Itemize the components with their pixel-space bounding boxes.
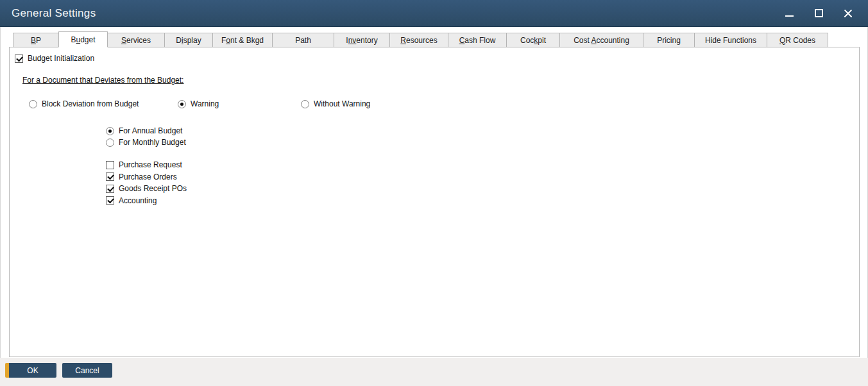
window-controls: [783, 8, 856, 19]
checkbox-icon: [15, 55, 23, 63]
document-types-group: Purchase Request Purchase Orders Goods R…: [106, 160, 187, 205]
radio-icon: [29, 100, 37, 108]
tab-inventory[interactable]: Inventory: [334, 33, 390, 47]
ok-button[interactable]: OK: [5, 363, 56, 378]
checkbox-icon: [106, 196, 114, 205]
budget-initialization-label: Budget Initialization: [28, 54, 94, 63]
radio-icon: [106, 138, 114, 147]
tab-cash-flow[interactable]: Cash Flow: [448, 33, 507, 47]
tab-cockpit[interactable]: Cockpit: [506, 33, 560, 47]
titlebar: General Settings: [0, 0, 868, 27]
checkbox-purchase-orders[interactable]: Purchase Orders: [106, 172, 187, 181]
tab-display[interactable]: Display: [164, 33, 213, 47]
tab-resources[interactable]: Resources: [389, 33, 448, 47]
tab-hide-functions[interactable]: Hide Functions: [694, 33, 767, 47]
budget-period-group: For Annual Budget For Monthly Budget: [106, 126, 186, 147]
tab-pricing[interactable]: Pricing: [643, 33, 695, 47]
checkbox-label: Purchase Request: [119, 160, 182, 169]
radio-label: Warning: [191, 99, 219, 108]
budget-initialization-checkbox[interactable]: Budget Initialization: [15, 54, 94, 63]
tab-strip: BP Budget Services Display Font & Bkgd P…: [13, 31, 828, 47]
ok-button-label: OK: [27, 366, 38, 375]
tab-cost-accounting[interactable]: Cost Accounting: [559, 33, 643, 47]
checkbox-label: Purchase Orders: [119, 172, 177, 181]
radio-label: Block Deviation from Budget: [42, 99, 139, 108]
radio-icon: [106, 127, 114, 135]
footer-bar: OK Cancel: [0, 358, 868, 386]
minimize-button[interactable]: [783, 8, 795, 19]
radio-label: For Monthly Budget: [119, 138, 186, 147]
close-button[interactable]: [842, 8, 854, 19]
maximize-button[interactable]: [813, 8, 824, 19]
radio-without-warning[interactable]: Without Warning: [301, 99, 370, 108]
radio-for-monthly-budget[interactable]: For Monthly Budget: [106, 138, 186, 147]
page-title: General Settings: [12, 7, 96, 20]
radio-for-annual-budget[interactable]: For Annual Budget: [106, 126, 186, 135]
tab-font-bkgd[interactable]: Font & Bkgd: [212, 33, 273, 47]
cancel-button-label: Cancel: [75, 366, 99, 375]
checkbox-icon: [106, 161, 114, 169]
checkbox-icon: [106, 172, 114, 181]
minimize-icon: [785, 15, 794, 17]
tab-bp[interactable]: BP: [13, 33, 59, 47]
tab-services[interactable]: Services: [107, 33, 165, 47]
deviation-heading: For a Document that Deviates from the Bu…: [22, 76, 183, 85]
radio-icon: [301, 100, 309, 108]
radio-label: For Annual Budget: [119, 126, 182, 135]
checkbox-purchase-request[interactable]: Purchase Request: [106, 160, 187, 169]
checkbox-label: Goods Receipt POs: [119, 184, 187, 193]
close-icon: [844, 9, 853, 18]
radio-block-deviation[interactable]: Block Deviation from Budget: [29, 99, 139, 108]
tab-qr-codes[interactable]: QR Codes: [767, 33, 828, 47]
checkbox-icon: [106, 185, 114, 193]
tab-path[interactable]: Path: [272, 33, 334, 47]
tab-budget[interactable]: Budget: [58, 31, 108, 47]
checkbox-goods-receipt-pos[interactable]: Goods Receipt POs: [106, 184, 187, 193]
radio-warning[interactable]: Warning: [178, 99, 219, 108]
maximize-icon: [815, 9, 823, 17]
cancel-button[interactable]: Cancel: [62, 363, 112, 378]
radio-icon: [178, 100, 186, 108]
checkbox-accounting[interactable]: Accounting: [106, 196, 187, 205]
radio-label: Without Warning: [314, 99, 370, 108]
budget-tab-panel: Budget Initialization For a Document tha…: [9, 47, 860, 357]
checkbox-label: Accounting: [119, 196, 157, 205]
